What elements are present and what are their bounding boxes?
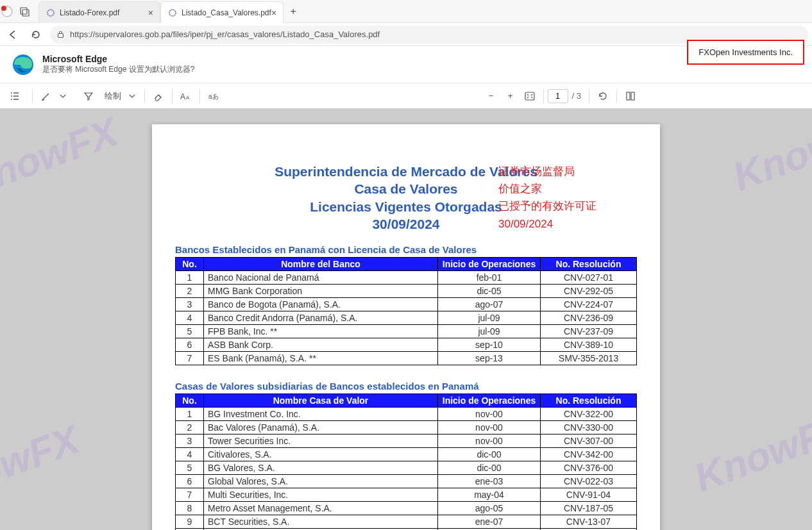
profile-button[interactable] (0, 3, 17, 20)
cell-no: 4 (176, 311, 204, 325)
contents-button[interactable] (5, 87, 24, 105)
table-row: 5FPB Bank, Inc. **jul-09CNV-237-09 (176, 325, 637, 338)
chevron-down-icon[interactable] (58, 87, 67, 105)
table-row: 2Bac Valores (Panamá), S.A.nov-00CNV-330… (176, 421, 637, 435)
cell-res: CNV-224-07 (541, 298, 637, 311)
cell-no: 7 (176, 488, 204, 502)
table-row: 9BCT Securities, S.A.ene-07CNV-13-07 (176, 515, 637, 529)
cell-res: CNV-307-00 (541, 435, 637, 448)
draw-button[interactable]: 绘制 (101, 87, 125, 105)
cell-name: MMG Bank Corporation (204, 285, 438, 298)
cell-name: Bac Valores (Panamá), S.A. (204, 421, 438, 435)
cell-date: ago-07 (438, 298, 541, 311)
svg-point-2 (47, 10, 54, 16)
cell-date: sep-10 (438, 338, 541, 352)
cell-res: CNV-389-10 (541, 338, 637, 352)
zoom-out-button[interactable]: − (482, 87, 501, 105)
watermark: KnowFX (727, 109, 812, 199)
pdf-icon (46, 8, 56, 18)
table-row: 7Multi Securities, Inc.may-04CNV-91-04 (176, 488, 637, 502)
cell-date: jul-09 (438, 311, 541, 325)
page-view-button[interactable] (621, 87, 640, 105)
cell-res: CNV-91-04 (541, 488, 637, 502)
cell-no: 4 (176, 448, 204, 461)
chevron-down-icon[interactable] (128, 87, 137, 105)
cell-name: Banco de Bogota (Panamá), S.A. (204, 298, 438, 311)
annotation-callout: FXOpen Investments Inc. (687, 40, 804, 65)
table-row: 8Metro Asset Management, S.A.ago-05CNV-1… (176, 502, 637, 515)
cell-name: Global Valores, S.A. (204, 475, 438, 488)
section-2-title: Casas de Valores subsidiarias de Bancos … (175, 381, 637, 392)
cell-name: Banco Credit Andorra (Panamá), S.A. (204, 311, 438, 325)
cell-no: 3 (176, 435, 204, 448)
cell-no: 2 (176, 421, 204, 435)
svg-rect-10 (627, 92, 630, 100)
cell-name: FPB Bank, Inc. ** (204, 325, 438, 338)
erase-button[interactable] (149, 87, 168, 105)
fit-page-button[interactable] (520, 87, 539, 105)
cell-name: Tower Securities Inc. (204, 435, 438, 448)
url-text: https://supervalores.gob.pa/files/iper/p… (70, 29, 380, 39)
table-row: 2MMG Bank Corporationdic-05CNV-292-05 (176, 285, 637, 298)
cell-no: 1 (176, 408, 204, 421)
default-browser-title: Microsoft Edge (42, 54, 194, 64)
watermark: KnowFX (0, 417, 85, 514)
tab-strip: Listado-Forex.pdf × Listado_Casa_Valores… (38, 0, 303, 22)
cell-date: dic-05 (438, 285, 541, 298)
cell-no: 9 (176, 515, 204, 529)
cell-name: Banco Nacional de Panamá (204, 271, 438, 285)
cell-date: may-04 (438, 488, 541, 502)
close-icon[interactable]: × (271, 8, 276, 18)
highlight-button[interactable] (37, 87, 56, 105)
cell-res: SMV-355-2013 (541, 352, 637, 365)
cell-date: ene-07 (438, 515, 541, 529)
browser-tab-active[interactable]: Listado_Casa_Valores.pdf × (160, 1, 283, 23)
section-1-title: Bancos Establecidos en Panamá con Licenc… (175, 244, 637, 255)
text-size-button[interactable]: AA (176, 87, 196, 105)
zoom-in-button[interactable]: + (501, 87, 520, 105)
browser-tab[interactable]: Listado-Forex.pdf × (38, 1, 160, 23)
watermark: KnowFX (0, 109, 124, 206)
cell-no: 8 (176, 502, 204, 515)
cell-date: sep-13 (438, 352, 541, 365)
cell-res: CNV-292-05 (541, 285, 637, 298)
cell-name: Metro Asset Management, S.A. (204, 502, 438, 515)
pdf-viewport[interactable]: KnowFX KnowFX KnowFX KnowFX Superintende… (0, 109, 812, 530)
cell-no: 6 (176, 338, 204, 352)
edge-logo-icon (12, 53, 35, 76)
new-tab-button[interactable]: + (283, 0, 303, 22)
refresh-button[interactable] (27, 26, 45, 44)
table-1: No. Nombre del Banco Inicio de Operacion… (175, 257, 637, 365)
cell-no: 2 (176, 285, 204, 298)
table-row: 5BG Valores, S.A.dic-00CNV-376-00 (176, 461, 637, 475)
cell-res: CNV-027-01 (541, 271, 637, 285)
table-row: 3Banco de Bogota (Panamá), S.A.ago-07CNV… (176, 298, 637, 311)
cell-res: CNV-13-07 (541, 515, 637, 529)
cell-date: ago-05 (438, 502, 541, 515)
cell-name: Multi Securities, Inc. (204, 488, 438, 502)
table-row: 6ASB Bank Corp.sep-10CNV-389-10 (176, 338, 637, 352)
cell-name: BCT Securities, S.A. (204, 515, 438, 529)
translate-button[interactable]: aあ (204, 87, 223, 105)
table-row: 4Citivalores, S.A.dic-00CNV-342-00 (176, 448, 637, 461)
callout-text: FXOpen Investments Inc. (698, 47, 793, 57)
cell-name: BG Investment Co. Inc. (204, 408, 438, 421)
cell-no: 7 (176, 352, 204, 365)
rotate-button[interactable] (593, 87, 613, 105)
cell-date: nov-00 (438, 408, 541, 421)
table-row: 4Banco Credit Andorra (Panamá), S.A.jul-… (176, 311, 637, 325)
svg-rect-1 (22, 10, 29, 16)
cell-name: ES Bank (Panamá), S.A. ** (204, 352, 438, 365)
cell-res: CNV-237-09 (541, 325, 637, 338)
svg-text:aあ: aあ (208, 93, 219, 100)
tab-actions-button[interactable] (17, 3, 33, 20)
back-button[interactable] (4, 26, 22, 44)
page-number-input[interactable] (548, 89, 568, 103)
filter-icon[interactable] (79, 87, 98, 105)
cell-no: 5 (176, 325, 204, 338)
cell-no: 1 (176, 271, 204, 285)
close-icon[interactable]: × (148, 8, 153, 18)
table-2: No. Nombre Casa de Valor Inicio de Opera… (175, 393, 637, 530)
svg-rect-0 (21, 8, 27, 14)
cell-date: jul-09 (438, 325, 541, 338)
